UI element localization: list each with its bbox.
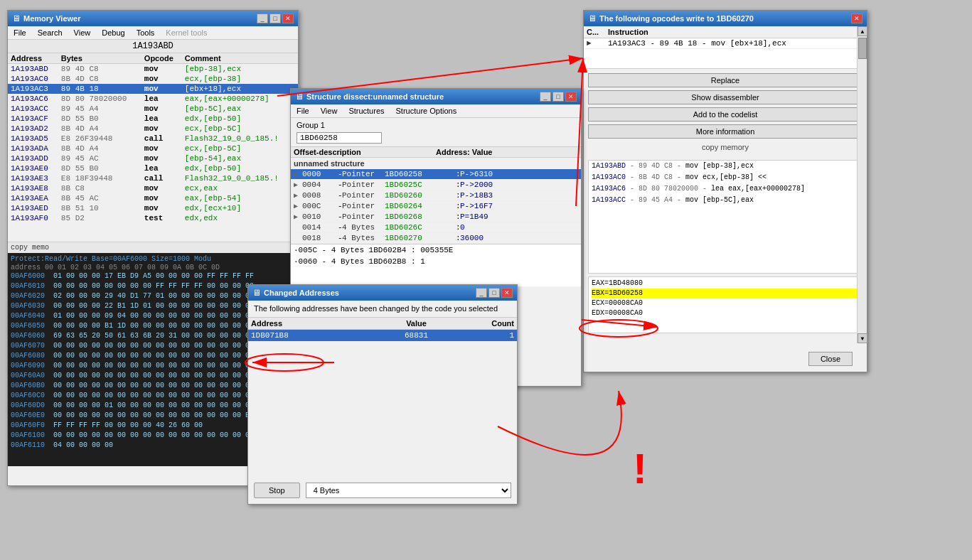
struct-offset: 0000 [302, 170, 338, 178]
menu-debug[interactable]: Debug [99, 28, 127, 38]
row-addr: 1A193AD5 [8, 134, 58, 144]
struct-maximize[interactable]: □ [552, 92, 564, 102]
stop-button[interactable]: Stop [254, 483, 300, 498]
row-bytes: 89 45 AC [58, 154, 141, 163]
disasm-row[interactable]: 1A193ABD 89 4D C8 mov [ebp-38],ecx [8, 64, 298, 75]
struct-row[interactable]: ▶ 0000 - Pointer 1BD60258 : P->6310 [291, 169, 581, 180]
struct-close[interactable]: ✕ [565, 92, 577, 102]
row-bytes: 8D 55 B0 [58, 114, 141, 124]
struct-minimize[interactable]: _ [540, 92, 551, 102]
changed-close-x[interactable]: ✕ [501, 288, 513, 298]
row-opcode: mov [141, 104, 182, 114]
opcodes-title: The following opcodes write to 1BD60270 [599, 14, 851, 23]
struct-menu-options[interactable]: Structure Options [393, 106, 460, 116]
row-opcode: mov [141, 64, 182, 75]
row-bytes: 89 4D C8 [58, 64, 141, 75]
replace-button[interactable]: Replace [588, 73, 862, 87]
row-comment: edx,[ecx+10] [182, 203, 298, 213]
disasm-row[interactable]: 1A193AE3 E8 18F39448 call Flash32_19_0_0… [8, 173, 298, 183]
disasm-row[interactable]: 1A193AD5 E8 26F39448 call Flash32_19_0_0… [8, 134, 298, 144]
row-comment: eax,[eax+00000278] [182, 94, 298, 104]
col-address-header: Address [251, 319, 361, 328]
changed-minimize[interactable]: _ [476, 288, 487, 298]
struct-row[interactable]: ▶ 0008 - Pointer 1BD60260 : P->18B3 [291, 190, 581, 201]
hex-addr: 00AF60A0 [11, 371, 52, 381]
opcodes-close-button[interactable]: Close [808, 352, 853, 366]
disasm-row[interactable]: 1A193ACF 8D 55 B0 lea edx,[ebp-50] [8, 114, 298, 124]
hex-addr: 00AF60D0 [11, 401, 52, 411]
address-bar[interactable]: 1A193ABD [8, 40, 298, 53]
scroll-up[interactable]: ▲ [858, 26, 867, 36]
opcodes-close-x[interactable]: ✕ [851, 14, 862, 23]
row-opcode: mov [141, 154, 182, 163]
row-comment: ecx,eax [182, 183, 298, 193]
scrollbar[interactable]: ▲ ▼ [857, 26, 867, 343]
row-addr: 1A193AC3 [8, 84, 58, 94]
disasm-row[interactable]: 1A193AE0 8D 55 B0 lea edx,[ebp-50] [8, 163, 298, 173]
opcode-buttons-panel: Replace Show disassembler Add to the cod… [584, 69, 867, 157]
memory-viewer-icon: 🖥 [12, 14, 21, 23]
menu-tools[interactable]: Tools [134, 28, 158, 38]
row-opcode: mov [141, 193, 182, 203]
menu-view[interactable]: View [71, 28, 94, 38]
struct-row[interactable]: ▶ 000C - Pointer 1BD60264 : P->16F7 [291, 201, 581, 212]
changed-row[interactable]: 1DB071B8 68831 1 [248, 330, 517, 342]
struct-address-input[interactable] [297, 132, 382, 144]
copy-memory-link[interactable]: copy memory [588, 141, 862, 153]
struct-row[interactable]: ▶ 0010 - Pointer 1BD60268 : P=1B49 [291, 212, 581, 222]
disasm-row[interactable]: 1A193AD2 8B 4D A4 mov ecx,[ebp-5C] [8, 124, 298, 134]
struct-bottom-row-2: ·0060 - 4 Bytes 1BD602B8 : 1 [291, 256, 581, 267]
disasm-row[interactable]: 1A193AC0 8B 4D C8 mov ecx,[ebp-38] [8, 74, 298, 84]
disasm-row[interactable]: 1A193ADA 8B 4D A4 mov ecx,[ebp-5C] [8, 144, 298, 154]
hex-addr: 00AF60B0 [11, 381, 52, 391]
minimize-btn[interactable]: _ [257, 14, 268, 23]
disasm-row[interactable]: 1A193AED 8B 51 10 mov edx,[ecx+10] [8, 203, 298, 213]
struct-arrow: ▶ [294, 212, 302, 221]
disasm-row[interactable]: 1A193AC6 8D 80 78020000 lea eax,[eax+000… [8, 94, 298, 104]
addr-value-col: Address: Value [436, 148, 578, 156]
hex-addr: 00AF60C0 [11, 391, 52, 401]
struct-rows-container: ▶ 0000 - Pointer 1BD60258 : P->6310 ▶ 00… [291, 169, 581, 244]
row-opcode: mov [141, 84, 182, 94]
struct-offset: 0014 [302, 223, 338, 232]
disasm-row[interactable]: 1A193AF0 85 D2 test edx,edx [8, 213, 298, 223]
disasm-row[interactable]: 1A193ACC 89 45 A4 mov [ebp-5C],eax [8, 104, 298, 114]
opcode-c-val: ► [587, 39, 608, 48]
menu-file[interactable]: File [11, 28, 29, 38]
struct-type: Pointer [342, 170, 385, 178]
struct-menu-view[interactable]: View [318, 106, 341, 116]
maximize-btn[interactable]: □ [269, 14, 281, 23]
struct-menu-file[interactable]: File [294, 106, 312, 116]
row-bytes: 8B C8 [58, 183, 141, 193]
close-btn[interactable]: ✕ [282, 14, 294, 23]
bytes-select[interactable]: 4 Bytes 1 Byte 2 Bytes 8 Bytes [306, 483, 511, 498]
row-addr: 1A193AF0 [8, 213, 58, 223]
row-comment: ecx,[ebp-38] [182, 74, 298, 84]
offset-desc-col: Offset-description [294, 148, 436, 156]
opcodes-titlebar: 🖥 The following opcodes write to 1BD6027… [584, 11, 867, 26]
struct-addr: 1BD60270 [385, 234, 456, 242]
struct-row[interactable]: 0014 - 4 Bytes 1BD6026C : 0 [291, 222, 581, 233]
disasm-row[interactable]: 1A193ADD 89 45 AC mov [ebp-54],eax [8, 154, 298, 163]
row-addr: 1A193AEA [8, 193, 58, 203]
changed-titlebar: 🖥 Changed Addresses _ □ ✕ [248, 285, 517, 301]
struct-offset: 0008 [302, 191, 338, 200]
changed-maximize[interactable]: □ [488, 288, 500, 298]
more-information-button[interactable]: More information [588, 124, 862, 139]
opcode-data-row[interactable]: ► 1A193AC3 - 89 4B 18 - mov [ebx+18],ecx [584, 38, 867, 49]
scroll-thumb[interactable] [858, 38, 867, 59]
changed-description: The following addresses have been change… [248, 301, 517, 317]
row-opcode: call [141, 173, 182, 183]
struct-row[interactable]: ▶ 0004 - Pointer 1BD6025C : P->2000 [291, 180, 581, 190]
struct-menu-structures[interactable]: Structures [346, 106, 387, 116]
struct-bottom-row-1: ·005C - 4 Bytes 1BD602B4 : 005355E [291, 244, 581, 256]
disasm-row[interactable]: 1A193AEA 8B 45 AC mov eax,[ebp-54] [8, 193, 298, 203]
show-disassembler-button[interactable]: Show disassembler [588, 90, 862, 104]
disasm-row[interactable]: 1A193AC3 89 4B 18 mov [ebx+18],ecx [8, 84, 298, 94]
struct-name: unnamed structure [291, 158, 581, 169]
add-to-codelist-button[interactable]: Add to the codelist [588, 107, 862, 122]
struct-row[interactable]: 0018 - 4 Bytes 1BD60270 : 36000 [291, 233, 581, 244]
scroll-down[interactable]: ▼ [858, 333, 867, 343]
menu-search[interactable]: Search [35, 28, 65, 38]
disasm-row[interactable]: 1A193AE8 8B C8 mov ecx,eax [8, 183, 298, 193]
